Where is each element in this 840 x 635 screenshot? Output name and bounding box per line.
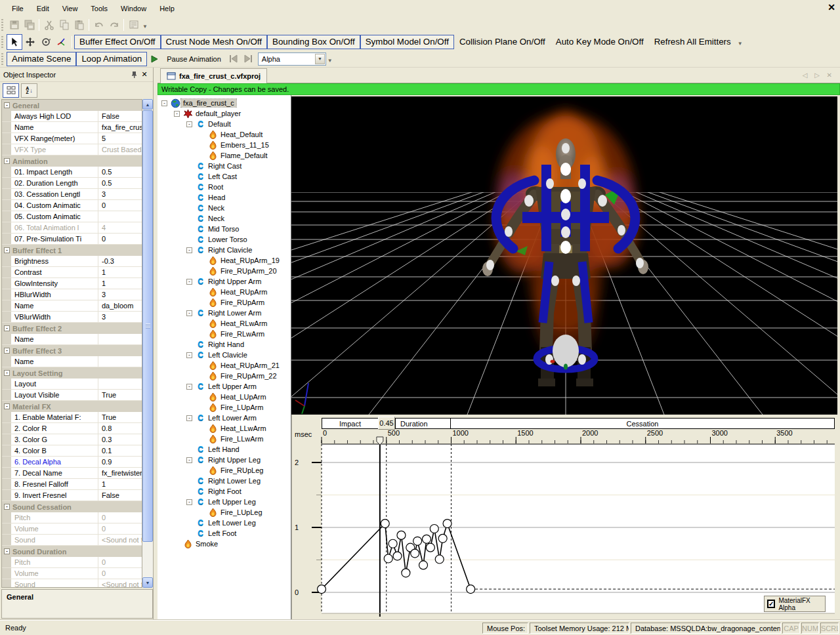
property-row[interactable]: Sound<Sound not found> — [2, 579, 142, 588]
save-all-icon[interactable] — [22, 18, 37, 31]
toolbar-overflow-icon[interactable]: ▼ — [736, 37, 746, 47]
button-collision-plane-on-off[interactable]: Collision Plane On/Off — [454, 35, 551, 49]
tree-item-label[interactable]: Right Foot — [206, 487, 243, 495]
tree-item-fire-luparm[interactable]: Fire_LUpArm — [158, 402, 291, 413]
tree-item-left-foot[interactable]: CLeft Foot — [158, 528, 291, 539]
collapse-icon[interactable]: - — [4, 325, 10, 331]
property-value[interactable]: True — [98, 390, 142, 400]
tree-item-label[interactable]: Heat_LUpArm — [219, 393, 268, 401]
tree-item-label[interactable]: Heat_RUpArm — [219, 288, 270, 296]
tree-item-heat-llwarm[interactable]: Heat_LLwArm — [158, 423, 291, 434]
menu-window[interactable]: Window — [114, 2, 153, 15]
tree-item-default[interactable]: -CDefault — [158, 119, 291, 129]
tree-item-left-clavicle[interactable]: -CLeft Clavicle — [158, 350, 291, 360]
tree-item-right-upper-arm[interactable]: -CRight Upper Arm — [158, 276, 291, 287]
tree-item-label[interactable]: Fire_RUpArm_20 — [219, 267, 279, 275]
tree-item-heat-rlwarm[interactable]: Heat_RLwArm — [158, 318, 291, 329]
tree-item-heat-ruparm[interactable]: Heat_RUpArm — [158, 287, 291, 297]
tree-item-label[interactable]: Fire_RUpArm_22 — [219, 372, 279, 380]
tree-item-label[interactable]: Default — [206, 120, 233, 128]
property-row[interactable]: Layout VisibleTrue — [2, 390, 142, 401]
undo-icon[interactable] — [91, 18, 106, 31]
tree-item-label[interactable]: Right Upper Arm — [206, 277, 263, 285]
property-value[interactable]: 3 — [98, 312, 142, 322]
property-value[interactable]: 0.5 — [98, 178, 142, 188]
timeline-panel[interactable]: Impact 0.45 Duration Cessation msec 0120… — [291, 415, 837, 620]
move-tool[interactable] — [22, 34, 38, 50]
tree-item-flame-default[interactable]: Flame_Default — [158, 150, 291, 161]
property-row[interactable]: Name — [2, 334, 142, 345]
loop-animation-button[interactable]: Loop Animation — [76, 52, 147, 66]
property-row[interactable]: 01. Impact Length0.5 — [2, 167, 142, 178]
cut-icon[interactable] — [41, 18, 56, 31]
collapse-icon[interactable]: - — [4, 102, 10, 108]
collapse-icon[interactable]: - — [186, 384, 192, 390]
property-value[interactable] — [98, 356, 142, 367]
select-tool[interactable] — [7, 34, 22, 50]
tree-item-fire-lupleg[interactable]: Fire_LUpLeg — [158, 507, 291, 518]
toolbar-overflow-icon[interactable]: ▼ — [326, 54, 335, 64]
tree-item-label[interactable]: Fire_RLwArm — [219, 330, 266, 338]
tree-item-label[interactable]: Lower Torso — [206, 236, 249, 243]
scroll-down-icon[interactable]: ▼ — [142, 577, 153, 588]
property-row[interactable]: Contrast1 — [2, 267, 142, 278]
tree-item-label[interactable]: Right Lower Leg — [206, 477, 262, 485]
tree-item-label[interactable]: Smoke — [194, 540, 220, 548]
tree-item-mid-torso[interactable]: CMid Torso — [158, 224, 291, 234]
tree-item-fire-ruparm[interactable]: Fire_RUpArm — [158, 297, 291, 308]
category-row[interactable]: -Buffer Effect 1 — [2, 245, 142, 256]
tree-item-right-hand[interactable]: CRight Hand — [158, 339, 291, 350]
inspector-scrollbar[interactable]: ▲ ▼ — [142, 99, 153, 588]
property-row[interactable]: 9. Invert FresnelFalse — [2, 490, 142, 501]
tree-item-neck[interactable]: CNeck — [158, 213, 291, 224]
alphabetic-sort-button[interactable]: AZ↓ — [21, 83, 37, 98]
property-row[interactable]: 7. Decal Namefx_firetwister1 — [2, 468, 142, 479]
tree-item-label[interactable]: Right Hand — [206, 340, 246, 348]
category-row[interactable]: -Sound Cessation — [2, 501, 142, 512]
window-close-button[interactable]: ✕ — [826, 2, 837, 12]
category-row[interactable]: -Buffer Effect 2 — [2, 323, 142, 334]
paste-icon[interactable] — [72, 18, 87, 31]
property-value[interactable]: 0 — [98, 200, 142, 211]
tree-item-embers-11-15[interactable]: Embers_11_15 — [158, 140, 291, 150]
property-value[interactable]: Crust Based — [98, 144, 142, 155]
tree-item-label[interactable]: Left Hand — [206, 445, 242, 453]
property-row[interactable]: HBlurWidth3 — [2, 289, 142, 300]
property-row[interactable]: Volume0 — [2, 568, 142, 579]
property-value[interactable] — [98, 379, 142, 389]
tree-item-label[interactable]: Heat_RUpArm_19 — [219, 256, 282, 264]
tree-item-left-upper-leg[interactable]: -CLeft Upper Leg — [158, 497, 291, 507]
materialfx-alpha-checkbox[interactable]: ✓ — [767, 600, 775, 608]
collapse-icon[interactable]: - — [4, 158, 10, 164]
property-value[interactable]: 1 — [98, 479, 142, 489]
property-row[interactable]: 4. Color B0.1 — [2, 445, 142, 457]
collapse-icon[interactable]: - — [186, 247, 192, 253]
collapse-icon[interactable]: - — [4, 370, 10, 376]
tab-scroll-buttons[interactable]: ◁ ▷ ✕ — [803, 72, 835, 79]
property-row[interactable]: 1. Enable Material F:True — [2, 412, 142, 423]
toggle-bounding-box-on-off[interactable]: Bounding Box On/Off — [267, 35, 360, 49]
scroll-up-icon[interactable]: ▲ — [142, 99, 153, 110]
property-row[interactable]: VFX TypeCrust Based — [2, 144, 142, 155]
property-row[interactable]: 2. Color R0.8 — [2, 423, 142, 434]
property-row[interactable]: GlowIntensity1 — [2, 278, 142, 289]
pin-icon[interactable] — [129, 70, 139, 79]
property-value[interactable]: False — [98, 490, 142, 501]
tree-item-label[interactable]: Heat_Default — [219, 131, 264, 138]
tree-item-fire-rupleg[interactable]: Fire_RUpLeg — [158, 465, 291, 476]
chevron-down-icon[interactable]: ▼ — [315, 54, 325, 64]
tree-item-label[interactable]: Left Foot — [206, 529, 238, 537]
tree-item-fire-rlwarm[interactable]: Fire_RLwArm — [158, 329, 291, 339]
property-value[interactable]: 0 — [98, 234, 142, 244]
skip-end-button[interactable] — [241, 52, 255, 66]
tree-item-label[interactable]: Left Clavicle — [206, 351, 249, 359]
collapse-icon[interactable]: - — [4, 504, 10, 510]
property-row[interactable]: 8. Fresnel Falloff1 — [2, 479, 142, 490]
curve-editor-canvas[interactable]: 0120500100015002000250030003500 — [292, 415, 838, 620]
property-value[interactable]: 1 — [98, 278, 142, 289]
scrollbar-thumb[interactable] — [142, 110, 153, 542]
property-value[interactable]: 4 — [98, 222, 142, 233]
property-value[interactable]: 0.1 — [98, 445, 142, 456]
property-row[interactable]: 07. Pre-Simulation Ti0 — [2, 234, 142, 245]
property-value[interactable]: 3 — [98, 189, 142, 199]
